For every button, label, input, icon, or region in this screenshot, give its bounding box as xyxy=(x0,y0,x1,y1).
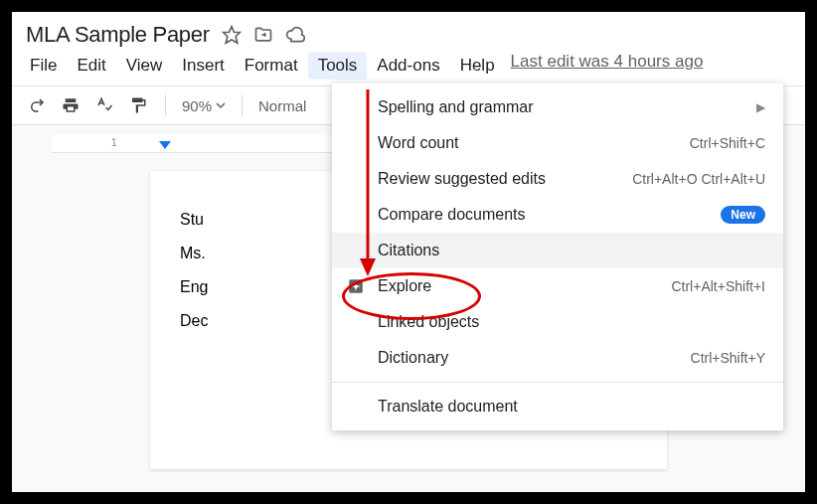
last-edit-link[interactable]: Last edit was 4 hours ago xyxy=(511,52,704,80)
menu-item-wordcount[interactable]: Word count Ctrl+Shift+C xyxy=(332,125,783,161)
menu-item-citations[interactable]: Citations xyxy=(332,233,783,268)
shortcut-label: Ctrl+Shift+C xyxy=(690,135,765,151)
menu-file[interactable]: File xyxy=(20,52,67,80)
app-window: MLA Sample Paper File Edit View Insert F… xyxy=(12,12,805,492)
cloud-status-icon[interactable] xyxy=(285,25,305,45)
menu-item-spelling[interactable]: Spelling and grammar ▶ xyxy=(332,89,783,125)
separator xyxy=(165,94,166,116)
style-select[interactable]: Normal xyxy=(254,97,310,114)
indent-marker-icon[interactable] xyxy=(159,141,171,149)
annotation-ellipse xyxy=(342,272,481,320)
shortcut-label: Ctrl+Alt+Shift+I xyxy=(671,278,765,294)
menu-separator xyxy=(332,382,783,383)
tools-menu-dropdown: Spelling and grammar ▶ Word count Ctrl+S… xyxy=(332,84,783,430)
zoom-select[interactable]: 90% xyxy=(178,97,230,114)
annotation-arrow xyxy=(358,89,378,278)
menu-bar: File Edit View Insert Format Tools Add-o… xyxy=(12,52,805,85)
menu-view[interactable]: View xyxy=(116,52,173,80)
menu-tools[interactable]: Tools xyxy=(308,52,368,80)
submenu-arrow-icon: ▶ xyxy=(756,100,765,114)
shortcut-label: Ctrl+Shift+Y xyxy=(691,350,765,366)
menu-item-translate[interactable]: Translate document xyxy=(332,389,783,424)
print-button[interactable] xyxy=(56,92,85,118)
menu-item-compare[interactable]: Compare documents New xyxy=(332,197,783,233)
title-bar: MLA Sample Paper xyxy=(12,12,805,52)
menu-format[interactable]: Format xyxy=(235,52,308,80)
redo-button[interactable] xyxy=(22,92,52,118)
menu-item-dictionary[interactable]: Dictionary Ctrl+Shift+Y xyxy=(332,340,783,376)
paint-format-button[interactable] xyxy=(123,92,153,118)
separator xyxy=(242,94,243,116)
zoom-value: 90% xyxy=(182,97,212,114)
menu-addons[interactable]: Add-ons xyxy=(367,52,449,80)
star-icon[interactable] xyxy=(222,25,242,45)
menu-edit[interactable]: Edit xyxy=(67,52,115,80)
svg-marker-3 xyxy=(360,258,376,276)
spellcheck-button[interactable] xyxy=(89,92,119,118)
style-value: Normal xyxy=(258,97,306,114)
menu-insert[interactable]: Insert xyxy=(172,52,235,80)
menu-help[interactable]: Help xyxy=(450,52,505,80)
new-badge: New xyxy=(721,206,765,224)
menu-item-review[interactable]: Review suggested edits Ctrl+Alt+O Ctrl+A… xyxy=(332,161,783,197)
ruler-tick: 1 xyxy=(111,137,117,148)
svg-marker-0 xyxy=(223,27,240,44)
document-title[interactable]: MLA Sample Paper xyxy=(26,22,210,48)
move-folder-icon[interactable] xyxy=(253,25,273,45)
chevron-down-icon xyxy=(216,100,226,110)
shortcut-label: Ctrl+Alt+O Ctrl+Alt+U xyxy=(632,171,765,187)
